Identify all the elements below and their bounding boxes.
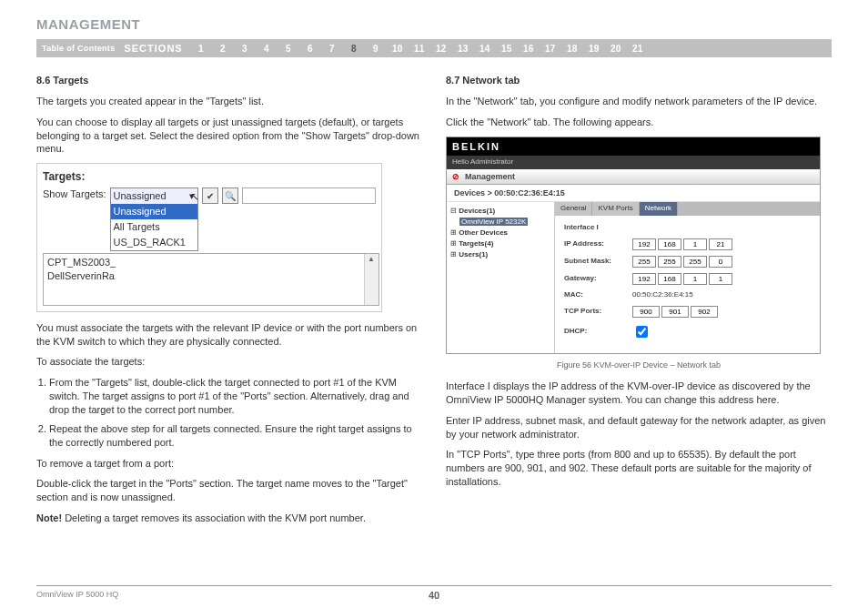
dhcp-checkbox[interactable] (636, 326, 648, 338)
gw-octet[interactable] (683, 273, 707, 285)
section-link-18[interactable]: 18 (561, 44, 583, 54)
list-item[interactable]: CPT_MS2003_ (47, 256, 375, 269)
section-link-5[interactable]: 5 (278, 44, 299, 54)
text: You must associate the targets with the … (36, 321, 422, 349)
management-label: Management (465, 171, 515, 182)
section-link-20[interactable]: 20 (605, 44, 627, 54)
tcp-port[interactable] (632, 306, 660, 318)
gw-octet[interactable] (658, 273, 681, 285)
hello-label: Hello Administrator (447, 156, 820, 169)
mac-value: 00:50:C2:36:E4:15 (632, 290, 693, 300)
targets-screenshot: Targets: Show Targets: Unassigned▾ Unass… (36, 163, 382, 312)
text: To associate the targets: (36, 355, 422, 369)
right-column: 8.7 Network tab In the "Network" tab, yo… (446, 74, 832, 532)
section-link-14[interactable]: 14 (474, 44, 496, 54)
tab-general[interactable]: General (555, 202, 592, 216)
sections-label: SECTIONS (124, 43, 182, 54)
section-link-8[interactable]: 8 (343, 44, 365, 54)
section-link-2[interactable]: 2 (212, 44, 234, 54)
dropdown-option[interactable]: Unassigned (111, 204, 197, 219)
text: To remove a target from a port: (36, 457, 422, 471)
show-targets-label: Show Targets: (43, 187, 106, 201)
interface-label: Interface I (564, 223, 632, 233)
list-item: Repeat the above step for all targets co… (49, 422, 422, 450)
section-link-1[interactable]: 1 (190, 44, 212, 54)
scrollbar[interactable] (364, 254, 378, 305)
show-targets-dropdown[interactable]: Unassigned▾ Unassigned All Targets US_DS… (110, 187, 198, 250)
list-item: From the "Targets" list, double-click th… (49, 376, 422, 417)
section-link-3[interactable]: 3 (234, 44, 256, 54)
breadcrumb: Devices > 00:50:C2:36:E4:15 (447, 185, 820, 202)
section-link-4[interactable]: 4 (256, 44, 278, 54)
subnet-octet[interactable] (683, 256, 707, 268)
text: Click the "Network" tab. The following a… (446, 116, 832, 129)
text: Interface I displays the IP address of t… (446, 380, 832, 407)
ip-octet[interactable] (709, 238, 732, 250)
product-name: OmniView IP 5000 HQ (36, 590, 118, 599)
targets-title: Targets: (43, 169, 376, 184)
ip-octet[interactable] (632, 238, 656, 250)
dhcp-label: DHCP: (564, 327, 632, 337)
ip-label: IP Address: (564, 239, 632, 249)
left-column: 8.6 Targets The targets you created appe… (36, 74, 422, 532)
text: Enter IP address, subnet mask, and defau… (446, 414, 832, 441)
section-link-7[interactable]: 7 (321, 44, 343, 54)
section-link-10[interactable]: 10 (387, 44, 409, 54)
section-link-13[interactable]: 13 (452, 44, 474, 54)
page-footer: OmniView IP 5000 HQ 40 (36, 585, 832, 599)
dropdown-selected: Unassigned (114, 189, 167, 203)
search-input[interactable] (242, 187, 376, 204)
section-link-12[interactable]: 12 (430, 44, 452, 54)
dropdown-option[interactable]: US_DS_RACK1 (111, 235, 197, 250)
section-link-6[interactable]: 6 (299, 44, 321, 54)
note: Note! Deleting a target removes its asso… (36, 512, 422, 525)
section-link-16[interactable]: 16 (518, 44, 540, 54)
device-tree[interactable]: ⊟ Devices(1) OmniView IP 5232K ⊞ Other D… (447, 202, 555, 352)
figure-caption: Figure 56 KVM-over-IP Device – Network t… (446, 360, 832, 370)
section-8-7-head: 8.7 Network tab (446, 74, 832, 87)
brand-label: BELKIN (447, 137, 820, 157)
text: Double-click the target in the "Ports" s… (36, 477, 422, 504)
gw-octet[interactable] (632, 273, 656, 285)
section-link-15[interactable]: 15 (496, 44, 518, 54)
subnet-octet[interactable] (658, 256, 681, 268)
tab-network[interactable]: Network (640, 202, 678, 216)
subnet-label: Subnet Mask: (564, 257, 632, 267)
network-tab-figure: BELKIN Hello Administrator ⊘ Management … (446, 137, 821, 354)
ip-octet[interactable] (658, 238, 681, 250)
page-number: 40 (429, 590, 439, 601)
subnet-octet[interactable] (709, 256, 732, 268)
text: The targets you created appear in the "T… (36, 95, 422, 108)
section-link-17[interactable]: 17 (540, 44, 561, 54)
tabs: General KVM Ports Network (555, 202, 820, 216)
tree-selected[interactable]: OmniView IP 5232K (459, 218, 528, 226)
text: You can choose to display all targets or… (36, 116, 422, 157)
gateway-label: Gateway: (564, 274, 632, 284)
subnet-octet[interactable] (632, 256, 656, 268)
close-icon[interactable]: ⊘ (452, 171, 459, 182)
toc-link[interactable]: Table of Contents (42, 44, 115, 53)
section-link-11[interactable]: 11 (409, 44, 430, 54)
section-navbar: Table of Contents SECTIONS 1234567891011… (36, 39, 832, 57)
section-link-21[interactable]: 21 (627, 44, 649, 54)
tcp-port[interactable] (661, 306, 689, 318)
gw-octet[interactable] (709, 273, 732, 285)
dropdown-option[interactable]: All Targets (111, 219, 197, 235)
targets-list[interactable]: CPT_MS2003_ DellServerinRa (43, 253, 379, 306)
text: In "TCP Ports", type three ports (from 8… (446, 448, 832, 489)
list-item[interactable]: DellServerinRa (47, 269, 375, 283)
section-link-9[interactable]: 9 (365, 44, 387, 54)
tab-kvm-ports[interactable]: KVM Ports (592, 202, 639, 216)
search-button[interactable]: 🔍 (222, 187, 238, 204)
section-link-19[interactable]: 19 (583, 44, 605, 54)
section-8-6-head: 8.6 Targets (36, 74, 422, 87)
apply-button[interactable]: ✔ (202, 187, 218, 204)
text: In the "Network" tab, you configure and … (446, 95, 832, 108)
mac-label: MAC: (564, 290, 632, 300)
page-title: MANAGEMENT (36, 16, 832, 32)
cursor-icon: ↖ (190, 189, 199, 204)
tcp-port[interactable] (691, 306, 718, 318)
tcp-label: TCP Ports: (564, 307, 632, 317)
ip-octet[interactable] (683, 238, 707, 250)
